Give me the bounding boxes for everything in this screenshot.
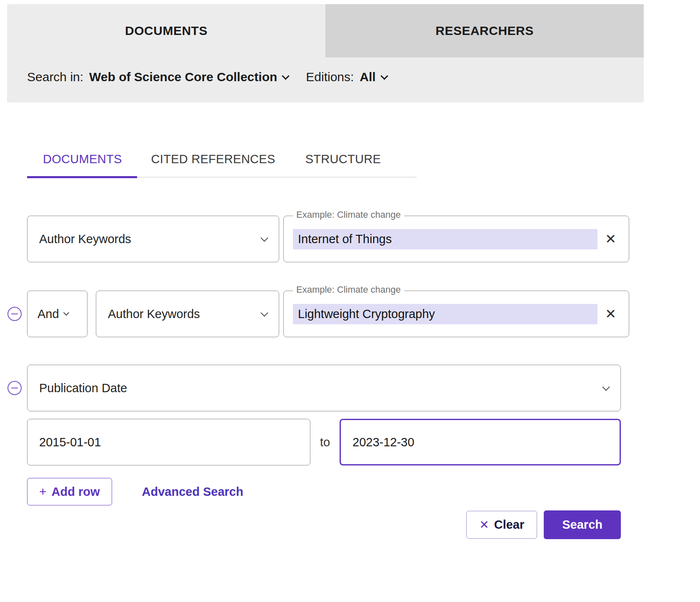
footer-actions: ✕ Clear Search — [27, 510, 629, 539]
date-from-input[interactable] — [27, 419, 310, 465]
example-hint-row2: Example: Climate change — [293, 284, 404, 295]
query-row-1: Author Keywords Example: Climate change … — [27, 216, 629, 262]
subtab-structure[interactable]: STRUCTURE — [305, 152, 381, 177]
subtab-documents[interactable]: DOCUMENTS — [27, 152, 137, 177]
chevron-down-icon — [380, 72, 388, 80]
field-select-row1[interactable]: Author Keywords — [27, 216, 279, 262]
search-button[interactable]: Search — [544, 510, 621, 539]
advanced-search-link[interactable]: Advanced Search — [142, 485, 243, 499]
search-term-value-row1: Internet of Things — [293, 229, 598, 249]
row-actions: + Add row Advanced Search — [27, 478, 629, 505]
remove-row-icon-row3[interactable] — [8, 381, 22, 395]
remove-row-icon-row2[interactable] — [8, 307, 22, 321]
plus-icon: + — [39, 485, 47, 499]
top-tabs: DOCUMENTS RESEARCHERS — [7, 4, 644, 57]
boolean-select-row2-value: And — [38, 307, 59, 321]
subtab-structure-label: STRUCTURE — [305, 152, 381, 166]
chevron-down-icon — [260, 234, 268, 241]
search-header: DOCUMENTS RESEARCHERS Search in: Web of … — [7, 4, 644, 102]
search-button-label: Search — [562, 518, 602, 531]
chevron-down-icon — [282, 72, 290, 80]
search-in-row: Search in: Web of Science Core Collectio… — [7, 57, 644, 102]
search-term-input-row2[interactable]: Example: Climate change Lightweight Cryp… — [283, 291, 629, 337]
boolean-select-row2[interactable]: And — [27, 291, 88, 337]
top-tab-researchers-label: RESEARCHERS — [435, 24, 534, 38]
search-term-input-row1[interactable]: Example: Climate change Internet of Thin… — [283, 216, 629, 262]
query-row-3: Publication Date — [27, 365, 629, 411]
top-tab-researchers[interactable]: RESEARCHERS — [325, 4, 644, 57]
search-in-dropdown[interactable]: Web of Science Core Collection — [89, 70, 288, 84]
search-in-label: Search in: — [27, 70, 83, 84]
publication-date-select[interactable]: Publication Date — [27, 365, 621, 411]
query-row-2: And Author Keywords Example: Climate cha… — [27, 291, 629, 337]
close-icon: ✕ — [479, 519, 489, 531]
chevron-down-icon — [602, 383, 610, 391]
date-to-label: to — [310, 419, 340, 465]
publication-date-select-value: Publication Date — [39, 381, 127, 395]
clear-button[interactable]: ✕ Clear — [466, 511, 537, 539]
search-type-tabs: DOCUMENTS CITED REFERENCES STRUCTURE — [27, 152, 417, 177]
add-row-label: Add row — [52, 485, 100, 499]
date-to-input[interactable] — [340, 419, 621, 465]
search-form: Author Keywords Example: Climate change … — [7, 216, 644, 539]
example-hint-row1: Example: Climate change — [293, 209, 404, 220]
search-in-value: Web of Science Core Collection — [89, 70, 277, 84]
editions-dropdown[interactable]: All — [360, 70, 387, 84]
field-select-row2[interactable]: Author Keywords — [96, 291, 279, 337]
chevron-down-icon — [260, 309, 268, 316]
subtab-cited-references[interactable]: CITED REFERENCES — [151, 152, 275, 177]
subtab-documents-label: DOCUMENTS — [43, 152, 122, 166]
field-select-row2-value: Author Keywords — [108, 307, 200, 321]
field-select-row1-value: Author Keywords — [39, 232, 131, 246]
search-term-value-row2: Lightweight Cryptography — [293, 304, 598, 324]
top-tab-documents[interactable]: DOCUMENTS — [7, 4, 325, 57]
date-range-row: to — [27, 419, 629, 465]
editions-value: All — [360, 70, 375, 84]
subtab-cited-references-label: CITED REFERENCES — [151, 152, 275, 166]
clear-button-label: Clear — [494, 518, 525, 532]
add-row-button[interactable]: + Add row — [27, 478, 112, 505]
editions-label: Editions: — [306, 70, 354, 84]
clear-term-icon-row2[interactable]: ✕ — [605, 307, 616, 321]
page: DOCUMENTS RESEARCHERS Search in: Web of … — [7, 4, 644, 585]
top-tab-documents-label: DOCUMENTS — [125, 24, 208, 38]
chevron-down-icon — [63, 310, 69, 316]
clear-term-icon-row1[interactable]: ✕ — [605, 232, 616, 246]
